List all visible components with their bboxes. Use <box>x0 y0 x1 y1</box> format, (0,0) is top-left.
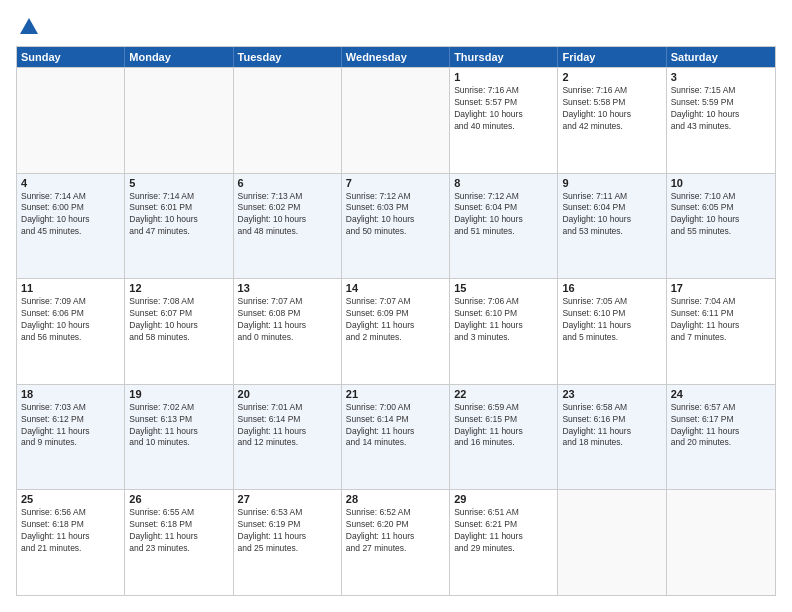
day-number: 19 <box>129 388 228 400</box>
day-cell-28: 28Sunrise: 6:52 AM Sunset: 6:20 PM Dayli… <box>342 490 450 595</box>
day-number: 9 <box>562 177 661 189</box>
day-number: 22 <box>454 388 553 400</box>
day-info: Sunrise: 6:58 AM Sunset: 6:16 PM Dayligh… <box>562 402 661 450</box>
calendar-row-4: 25Sunrise: 6:56 AM Sunset: 6:18 PM Dayli… <box>17 489 775 595</box>
day-info: Sunrise: 6:56 AM Sunset: 6:18 PM Dayligh… <box>21 507 120 555</box>
day-info: Sunrise: 7:10 AM Sunset: 6:05 PM Dayligh… <box>671 191 771 239</box>
day-number: 17 <box>671 282 771 294</box>
day-number: 3 <box>671 71 771 83</box>
day-info: Sunrise: 6:53 AM Sunset: 6:19 PM Dayligh… <box>238 507 337 555</box>
day-number: 6 <box>238 177 337 189</box>
day-number: 15 <box>454 282 553 294</box>
day-number: 10 <box>671 177 771 189</box>
day-info: Sunrise: 7:12 AM Sunset: 6:04 PM Dayligh… <box>454 191 553 239</box>
day-cell-14: 14Sunrise: 7:07 AM Sunset: 6:09 PM Dayli… <box>342 279 450 384</box>
day-number: 14 <box>346 282 445 294</box>
weekday-header-friday: Friday <box>558 47 666 67</box>
day-number: 18 <box>21 388 120 400</box>
day-info: Sunrise: 7:08 AM Sunset: 6:07 PM Dayligh… <box>129 296 228 344</box>
weekday-header-sunday: Sunday <box>17 47 125 67</box>
day-number: 12 <box>129 282 228 294</box>
day-cell-11: 11Sunrise: 7:09 AM Sunset: 6:06 PM Dayli… <box>17 279 125 384</box>
empty-cell-0-2 <box>234 68 342 173</box>
calendar-row-3: 18Sunrise: 7:03 AM Sunset: 6:12 PM Dayli… <box>17 384 775 490</box>
weekday-header-tuesday: Tuesday <box>234 47 342 67</box>
header <box>16 16 776 38</box>
day-info: Sunrise: 7:06 AM Sunset: 6:10 PM Dayligh… <box>454 296 553 344</box>
day-info: Sunrise: 7:04 AM Sunset: 6:11 PM Dayligh… <box>671 296 771 344</box>
day-cell-13: 13Sunrise: 7:07 AM Sunset: 6:08 PM Dayli… <box>234 279 342 384</box>
day-info: Sunrise: 7:11 AM Sunset: 6:04 PM Dayligh… <box>562 191 661 239</box>
day-number: 25 <box>21 493 120 505</box>
day-info: Sunrise: 6:55 AM Sunset: 6:18 PM Dayligh… <box>129 507 228 555</box>
day-cell-7: 7Sunrise: 7:12 AM Sunset: 6:03 PM Daylig… <box>342 174 450 279</box>
day-cell-15: 15Sunrise: 7:06 AM Sunset: 6:10 PM Dayli… <box>450 279 558 384</box>
day-number: 11 <box>21 282 120 294</box>
weekday-header-saturday: Saturday <box>667 47 775 67</box>
day-info: Sunrise: 7:05 AM Sunset: 6:10 PM Dayligh… <box>562 296 661 344</box>
calendar-row-0: 1Sunrise: 7:16 AM Sunset: 5:57 PM Daylig… <box>17 67 775 173</box>
day-cell-5: 5Sunrise: 7:14 AM Sunset: 6:01 PM Daylig… <box>125 174 233 279</box>
day-cell-23: 23Sunrise: 6:58 AM Sunset: 6:16 PM Dayli… <box>558 385 666 490</box>
calendar-row-2: 11Sunrise: 7:09 AM Sunset: 6:06 PM Dayli… <box>17 278 775 384</box>
empty-cell-4-6 <box>667 490 775 595</box>
day-info: Sunrise: 7:16 AM Sunset: 5:57 PM Dayligh… <box>454 85 553 133</box>
day-number: 2 <box>562 71 661 83</box>
day-info: Sunrise: 7:14 AM Sunset: 6:00 PM Dayligh… <box>21 191 120 239</box>
day-number: 24 <box>671 388 771 400</box>
weekday-header-wednesday: Wednesday <box>342 47 450 67</box>
day-cell-18: 18Sunrise: 7:03 AM Sunset: 6:12 PM Dayli… <box>17 385 125 490</box>
day-info: Sunrise: 7:01 AM Sunset: 6:14 PM Dayligh… <box>238 402 337 450</box>
day-info: Sunrise: 7:16 AM Sunset: 5:58 PM Dayligh… <box>562 85 661 133</box>
day-number: 16 <box>562 282 661 294</box>
calendar: SundayMondayTuesdayWednesdayThursdayFrid… <box>16 46 776 596</box>
day-cell-20: 20Sunrise: 7:01 AM Sunset: 6:14 PM Dayli… <box>234 385 342 490</box>
weekday-header-thursday: Thursday <box>450 47 558 67</box>
day-info: Sunrise: 6:57 AM Sunset: 6:17 PM Dayligh… <box>671 402 771 450</box>
day-info: Sunrise: 7:12 AM Sunset: 6:03 PM Dayligh… <box>346 191 445 239</box>
weekday-header-monday: Monday <box>125 47 233 67</box>
day-info: Sunrise: 7:07 AM Sunset: 6:09 PM Dayligh… <box>346 296 445 344</box>
day-info: Sunrise: 7:15 AM Sunset: 5:59 PM Dayligh… <box>671 85 771 133</box>
calendar-header: SundayMondayTuesdayWednesdayThursdayFrid… <box>17 47 775 67</box>
day-number: 8 <box>454 177 553 189</box>
day-number: 21 <box>346 388 445 400</box>
logo-icon <box>18 16 40 38</box>
day-info: Sunrise: 7:07 AM Sunset: 6:08 PM Dayligh… <box>238 296 337 344</box>
day-cell-24: 24Sunrise: 6:57 AM Sunset: 6:17 PM Dayli… <box>667 385 775 490</box>
day-info: Sunrise: 7:09 AM Sunset: 6:06 PM Dayligh… <box>21 296 120 344</box>
logo <box>16 16 40 38</box>
day-info: Sunrise: 7:13 AM Sunset: 6:02 PM Dayligh… <box>238 191 337 239</box>
day-info: Sunrise: 7:00 AM Sunset: 6:14 PM Dayligh… <box>346 402 445 450</box>
empty-cell-4-5 <box>558 490 666 595</box>
day-info: Sunrise: 7:03 AM Sunset: 6:12 PM Dayligh… <box>21 402 120 450</box>
day-cell-1: 1Sunrise: 7:16 AM Sunset: 5:57 PM Daylig… <box>450 68 558 173</box>
day-cell-17: 17Sunrise: 7:04 AM Sunset: 6:11 PM Dayli… <box>667 279 775 384</box>
day-number: 28 <box>346 493 445 505</box>
day-info: Sunrise: 6:59 AM Sunset: 6:15 PM Dayligh… <box>454 402 553 450</box>
day-cell-16: 16Sunrise: 7:05 AM Sunset: 6:10 PM Dayli… <box>558 279 666 384</box>
day-number: 23 <box>562 388 661 400</box>
day-cell-25: 25Sunrise: 6:56 AM Sunset: 6:18 PM Dayli… <box>17 490 125 595</box>
day-cell-8: 8Sunrise: 7:12 AM Sunset: 6:04 PM Daylig… <box>450 174 558 279</box>
day-cell-4: 4Sunrise: 7:14 AM Sunset: 6:00 PM Daylig… <box>17 174 125 279</box>
empty-cell-0-0 <box>17 68 125 173</box>
day-number: 13 <box>238 282 337 294</box>
day-cell-21: 21Sunrise: 7:00 AM Sunset: 6:14 PM Dayli… <box>342 385 450 490</box>
day-number: 1 <box>454 71 553 83</box>
day-info: Sunrise: 6:51 AM Sunset: 6:21 PM Dayligh… <box>454 507 553 555</box>
day-number: 5 <box>129 177 228 189</box>
page: SundayMondayTuesdayWednesdayThursdayFrid… <box>0 0 792 612</box>
day-number: 20 <box>238 388 337 400</box>
day-number: 7 <box>346 177 445 189</box>
day-cell-12: 12Sunrise: 7:08 AM Sunset: 6:07 PM Dayli… <box>125 279 233 384</box>
day-cell-2: 2Sunrise: 7:16 AM Sunset: 5:58 PM Daylig… <box>558 68 666 173</box>
day-number: 27 <box>238 493 337 505</box>
day-number: 29 <box>454 493 553 505</box>
calendar-row-1: 4Sunrise: 7:14 AM Sunset: 6:00 PM Daylig… <box>17 173 775 279</box>
day-cell-27: 27Sunrise: 6:53 AM Sunset: 6:19 PM Dayli… <box>234 490 342 595</box>
day-cell-19: 19Sunrise: 7:02 AM Sunset: 6:13 PM Dayli… <box>125 385 233 490</box>
day-number: 26 <box>129 493 228 505</box>
day-number: 4 <box>21 177 120 189</box>
day-cell-29: 29Sunrise: 6:51 AM Sunset: 6:21 PM Dayli… <box>450 490 558 595</box>
